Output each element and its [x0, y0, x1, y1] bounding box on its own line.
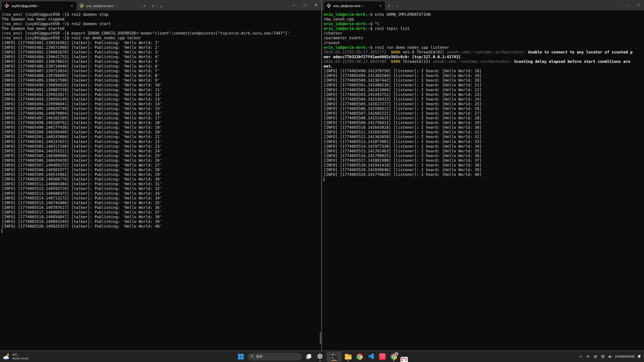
- terminal-line: [INFO] [1774065512.140593710] [talker]: …: [2, 186, 321, 191]
- terminal-line: [INFO] [1774065500.141367442] [listener]…: [324, 78, 644, 83]
- tab-label: erie_lab@erie-dvrk: ~: [86, 4, 140, 8]
- terminal-line: [INFO] [1774065511.141691909] [listener]…: [324, 130, 644, 134]
- minimize-button[interactable]: ─: [288, 0, 299, 10]
- terminal-window-right: erie_lab@erie-dvrk: ~ ✕ + ⌄ ─ □ ✕ erie_l…: [321, 0, 644, 351]
- app-partial-clipped-icon[interactable]: [400, 357, 408, 362]
- terminal-window-left: sxy841@gput058:~ ✕ erie_lab@erie-dvrk: ~…: [0, 0, 321, 351]
- file-explorer-icon: [345, 354, 352, 360]
- close-button[interactable]: ✕: [633, 0, 644, 10]
- task-view-button[interactable]: [304, 352, 313, 361]
- terminal-line: [INFO] [1774065519.141939646] [listener]…: [324, 167, 644, 172]
- svg-text:z: z: [640, 354, 641, 356]
- left-window-controls: ─ □ ✕: [288, 0, 321, 10]
- tab-dropdown-button[interactable]: ⌄: [157, 1, 165, 10]
- terminal-line: [INFO] [1774065505.141617277] [listener]…: [324, 102, 644, 106]
- left-terminal-viewport: (ros_env) [sxy841@gput058 ~]$ ros2 daemo…: [0, 10, 321, 351]
- terminal-line: [INFO] [1774065500.140209499] [talker]: …: [2, 130, 321, 134]
- start-button[interactable]: [236, 352, 246, 361]
- app-vscode[interactable]: [366, 352, 376, 361]
- terminal-line: [INFO] [1774065502.140237621] [talker]: …: [2, 139, 321, 144]
- app-chrome[interactable]: [355, 352, 364, 361]
- tab-sxy841-gput058[interactable]: sxy841@gput058:~ ✕: [2, 1, 76, 10]
- tab-erie-lab-right[interactable]: erie_lab@erie-dvrk: ~ ✕: [324, 1, 385, 10]
- app-windows-terminal-active[interactable]: >_: [327, 352, 342, 361]
- weather-widget[interactable]: 4°C Mostly cloudy: [3, 351, 29, 362]
- close-button[interactable]: ✕: [310, 0, 321, 10]
- terminal-line: erie_lab@erie-dvrk:~$ ^C: [324, 21, 644, 26]
- terminal-line: [INFO] [1774065501.141480236] [listener]…: [324, 83, 644, 87]
- terminal-line: [INFO] [1774065481.139534302] [talker]: …: [2, 40, 321, 45]
- search-icon: [250, 355, 254, 359]
- terminal-line: [INFO] [1774065493.139959149] [talker]: …: [2, 97, 321, 102]
- wifi-icon[interactable]: [600, 353, 606, 360]
- terminal-line: [INFO] [1774065504.141530313] [listener]…: [324, 97, 644, 102]
- terminal-line: eer adacc77b323bf27f41ee4602c563c8cb: [t…: [324, 54, 644, 59]
- terminal-line: [INFO] [1774065512.141363058] [listener]…: [324, 134, 644, 139]
- terminal-line: [INFO] [1774065517.141881988] [listener]…: [324, 158, 644, 163]
- terminal-line: [INFO] [1774065510.141643818] [listener]…: [324, 125, 644, 130]
- app-chatgpt[interactable]: [315, 352, 325, 361]
- terminal-line: [INFO] [1774065489.139817500] [talker]: …: [2, 78, 321, 83]
- terminal-line: [INFO] [1774065514.141977338] [listener]…: [324, 144, 644, 149]
- terminal-line: [INFO] [1774065505.140389606] [talker]: …: [2, 153, 321, 158]
- terminal-line: [INFO] [1774065518.140856847] [talker]: …: [2, 215, 321, 219]
- terminal-line: [INFO] [1774065516.140787617] [talker]: …: [2, 205, 321, 210]
- terminal-line: [INFO] [1774065516.141790825] [listener]…: [324, 153, 644, 158]
- right-titlebar[interactable]: erie_lab@erie-dvrk: ~ ✕ + ⌄ ─ □ ✕: [322, 0, 644, 10]
- terminal-line: [INFO] [1774065509.141756011] [listener]…: [324, 120, 644, 125]
- taskbar: 4°C Mostly cloudy 搜索 >_: [0, 351, 644, 362]
- minimize-button[interactable]: ─: [611, 0, 622, 10]
- app-chrome-profile[interactable]: [389, 352, 398, 361]
- tab-close-icon[interactable]: ✕: [142, 4, 146, 8]
- terminal-line: [INFO] [1774065486.139710046] [talker]: …: [2, 64, 321, 68]
- volume-icon[interactable]: [608, 353, 613, 360]
- active-app-indicator: [332, 360, 337, 361]
- notification-bell-icon[interactable]: z: [636, 353, 642, 360]
- windows-terminal-icon: >_: [331, 353, 338, 360]
- running-indicator: [393, 360, 394, 361]
- terminal-line: [INFO] [1774065513.141873081] [listener]…: [324, 139, 644, 144]
- left-titlebar[interactable]: sxy841@gput058:~ ✕ erie_lab@erie-dvrk: ~…: [0, 0, 321, 10]
- chatgpt-icon: [317, 353, 323, 360]
- terminal-line: [INFO] [1774065503.140317160] [talker]: …: [2, 144, 321, 149]
- ime-language-indicator[interactable]: 中: [585, 353, 591, 360]
- taskbar-center: 搜索 >_: [236, 351, 408, 362]
- tab-close-icon[interactable]: ✕: [379, 4, 382, 8]
- terminal-line: [INFO] [1774065517.140860533] [talker]: …: [2, 210, 321, 215]
- terminal-line: [INFO] [1774065515.141762463] [listener]…: [324, 149, 644, 153]
- new-tab-button[interactable]: +: [385, 1, 393, 10]
- profile-avatar: [395, 352, 398, 356]
- terminal-cursor: [2, 229, 2, 233]
- weather-condition: Mostly cloudy: [12, 357, 29, 360]
- terminal-line: [INFO] [1774065488.139786005] [talker]: …: [2, 73, 321, 78]
- clock[interactable]: 23:58 2026/3/20: [615, 353, 634, 360]
- tab-label: erie_lab@erie-dvrk: ~: [334, 4, 376, 8]
- apple-music-icon: ♫: [379, 353, 386, 360]
- app-apple-music[interactable]: ♫: [378, 352, 387, 361]
- left-terminal-content[interactable]: (ros_env) [sxy841@gput058 ~]$ ros2 daemo…: [0, 10, 321, 351]
- tab-erie-lab-left[interactable]: erie_lab@erie-dvrk: ~ ✕: [76, 1, 149, 10]
- tray-chevron-up-icon[interactable]: [578, 353, 584, 360]
- terminal-line: (ros_env) [sxy841@gput058 ~]$ ros2 run d…: [2, 35, 321, 40]
- new-tab-button[interactable]: +: [149, 1, 157, 10]
- tab-dropdown-button[interactable]: ⌄: [393, 1, 401, 10]
- app-file-explorer[interactable]: [344, 352, 353, 361]
- chrome-icon: [356, 354, 363, 360]
- terminal-line: [INFO] [1774065484.139641752] [talker]: …: [2, 54, 321, 59]
- left-scrollbar-thumb[interactable]: [320, 332, 321, 344]
- terminal-line: (ros_env) [sxy841@gput058 ~]$ ros2 daemo…: [2, 21, 321, 26]
- tray-time: 23:58: [615, 355, 622, 359]
- taskbar-search[interactable]: 搜索: [248, 353, 302, 360]
- terminal-line: [INFO] [1774065518.141941410] [listener]…: [324, 163, 644, 167]
- ime-mode-indicator[interactable]: 拼: [593, 353, 598, 360]
- right-terminal-content[interactable]: erie_lab@erie-dvrk:~$ echo $RMW_IMPLEMEN…: [322, 10, 644, 351]
- terminal-line: [INFO] [1774065495.140029749] [talker]: …: [2, 106, 321, 111]
- tab-close-icon[interactable]: ✕: [70, 4, 74, 8]
- terminal-line: The daemon has been started: [2, 26, 321, 31]
- terminal-line: [INFO] [1774065508.141514615] [listener]…: [324, 116, 644, 120]
- terminal-line: [INFO] [1774065511.140604484] [talker]: …: [2, 182, 321, 186]
- maximize-button[interactable]: □: [622, 0, 633, 10]
- maximize-button[interactable]: □: [299, 0, 310, 10]
- terminal-line: [INFO] [1774065513.140680372] [talker]: …: [2, 191, 321, 196]
- search-placeholder: 搜索: [256, 355, 262, 359]
